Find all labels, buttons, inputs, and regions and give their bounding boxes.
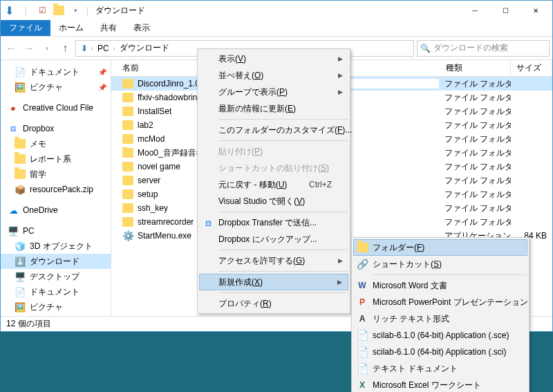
context-item[interactable]: グループで表示(P)▶ [199, 84, 348, 100]
pin-icon: 📌 [98, 84, 106, 91]
submenu-item[interactable]: 🔗ショートカット(S) [353, 256, 527, 272]
window-title: ダウンロード [95, 5, 145, 17]
minimize-button[interactable]: ─ [460, 1, 490, 20]
dropbox-icon: ⧈ [202, 216, 214, 229]
file-name: InstallSet [138, 106, 171, 116]
submenu-item[interactable]: 📄テキスト ドキュメント [353, 360, 527, 377]
ribbon-tab-home[interactable]: ホーム [50, 20, 92, 36]
file-name: novel game [138, 162, 180, 171]
folder-icon [122, 106, 133, 116]
context-item: 貼り付け(P) [199, 143, 348, 160]
titlebar: ⬇ | ☑ ▾ | ダウンロード ─ ☐ ✕ [1, 1, 552, 20]
overflow-icon[interactable]: ▾ [68, 3, 82, 17]
chevron-right-icon: ▶ [338, 257, 343, 264]
nav-dropbox-resource[interactable]: 📦resourcePack.zip [1, 182, 111, 197]
ribbon-tab-view[interactable]: 表示 [125, 20, 158, 36]
nav-dropbox[interactable]: ⧈Dropbox [1, 121, 111, 136]
nav-dropbox-memo[interactable]: メモ [1, 136, 111, 151]
breadcrumb-pc[interactable]: PC [95, 44, 112, 53]
nav-desktop[interactable]: 🖥️デスクトップ [1, 269, 111, 284]
context-item[interactable]: プロパティ(R) [199, 295, 348, 312]
properties-icon[interactable]: ☑ [35, 3, 49, 17]
nav-downloads[interactable]: ⬇️ダウンロード [1, 254, 111, 269]
submenu-item[interactable]: 📄scilab-6.1.0 (64-bit) Application (.sci… [353, 344, 527, 360]
submenu-item[interactable]: Aリッチ テキスト形式 [353, 310, 527, 327]
nav-onedrive[interactable]: ☁OneDrive [1, 203, 111, 218]
folder-icon [122, 120, 133, 130]
zip-icon: 📦 [15, 184, 26, 195]
folder-icon [357, 241, 369, 254]
close-button[interactable]: ✕ [521, 1, 551, 20]
ribbon-tab-share[interactable]: 共有 [92, 20, 125, 36]
history-dropdown[interactable]: ▾ [39, 41, 55, 56]
item-count: 12 個の項目 [6, 318, 51, 330]
column-size[interactable]: サイズ [511, 60, 552, 76]
context-item[interactable]: Dropbox にバックアップ... [199, 231, 348, 248]
column-kind[interactable]: 種類 [440, 60, 511, 76]
context-menu: 表示(V)▶並べ替え(O)▶グループで表示(P)▶最新の情報に更新(E)このフォ… [197, 48, 350, 314]
down-arrow-icon[interactable]: ⬇ [2, 3, 16, 17]
nav-pictures[interactable]: 🖼️ピクチャ📌 [1, 80, 111, 95]
file-kind: ファイル フォルダー [439, 133, 511, 145]
file-kind: ファイル フォルダー [439, 216, 511, 228]
context-item[interactable]: このフォルダーのカスタマイズ(F)... [199, 122, 348, 138]
nav-creative-cloud[interactable]: ●Creative Cloud File [1, 100, 111, 115]
folder-icon [15, 153, 26, 165]
file-name: server [138, 176, 160, 185]
file-name: StartMenu.exe [138, 231, 191, 241]
submenu-item[interactable]: WMicrosoft Word 文書 [353, 277, 527, 294]
forward-button[interactable]: → [21, 41, 37, 56]
folder-icon [122, 148, 133, 158]
file-kind: ファイル フォルダー [439, 175, 511, 187]
submenu-item[interactable]: フォルダー(F) [353, 239, 527, 256]
divider-icon: | [19, 3, 32, 17]
submenu-item[interactable]: PMicrosoft PowerPoint プレゼンテーション [353, 294, 527, 310]
up-button[interactable]: ↑ [57, 41, 73, 56]
chevron-right-icon[interactable]: › [91, 45, 93, 52]
chevron-right-icon: ▶ [338, 72, 343, 79]
submenu-item[interactable]: 📄scilab-6.1.0 (64-bit) Application (.sce… [353, 327, 527, 344]
context-item[interactable]: 最新の情報に更新(E) [199, 100, 348, 117]
chevron-right-icon[interactable]: › [113, 45, 115, 52]
chevron-right-icon: ▶ [337, 279, 342, 286]
breadcrumb-downloads[interactable]: ダウンロード [117, 42, 172, 54]
shortcut-icon: 🔗 [356, 258, 368, 270]
nav-dropbox-report[interactable]: レポート系 [1, 151, 111, 167]
nav-dropbox-study[interactable]: 留学 [1, 167, 111, 182]
context-item[interactable]: 並べ替え(O)▶ [199, 67, 348, 84]
desktop-icon: 🖥️ [15, 271, 26, 282]
context-item[interactable]: 新規作成(X)▶ [199, 274, 348, 290]
sce-icon: 📄 [356, 329, 368, 342]
context-item[interactable]: 元に戻す - 移動(U)Ctrl+Z [199, 176, 348, 193]
submenu-item[interactable]: XMicrosoft Excel ワークシート [353, 377, 527, 392]
file-name: setup [138, 189, 158, 199]
folder-icon [122, 79, 133, 88]
nav-documents[interactable]: 📄ドキュメント📌 [1, 64, 111, 80]
maximize-button[interactable]: ☐ [490, 1, 521, 20]
divider-icon: | [86, 6, 88, 15]
window-buttons: ─ ☐ ✕ [460, 1, 551, 20]
nav-3d-objects[interactable]: 🧊3D オブジェクト [1, 239, 111, 254]
nav-pictures2[interactable]: 🖼️ピクチャ [1, 299, 111, 315]
context-item[interactable]: Dropbox Transfer で送信...⧈ [199, 214, 348, 231]
context-item[interactable]: Visual Studio で開く(V) [199, 193, 348, 209]
cube-icon: 🧊 [15, 241, 26, 252]
back-button[interactable]: ← [3, 41, 19, 56]
document-icon: 📄 [15, 286, 26, 297]
nav-documents2[interactable]: 📄ドキュメント [1, 284, 111, 299]
file-name: ssh_key [138, 203, 168, 213]
file-kind: ファイル フォルダー [439, 120, 511, 131]
context-item[interactable]: アクセスを許可する(G)▶ [199, 252, 348, 269]
document-icon: 📄 [15, 66, 26, 77]
nav-pc[interactable]: 🖥️PC [1, 223, 111, 239]
context-item[interactable]: 表示(V)▶ [199, 50, 348, 67]
folder-icon [122, 162, 133, 171]
down-arrow-icon: ⬇ [79, 43, 90, 54]
ribbon-tab-file[interactable]: ファイル [1, 20, 50, 36]
file-name: mcMod [138, 134, 165, 144]
chevron-right-icon: ▶ [338, 55, 343, 62]
search-input[interactable]: 🔍 ダウンロードの検索 [417, 40, 550, 57]
exe-icon: ⚙️ [122, 230, 133, 241]
nav-pane: 📄ドキュメント📌 🖼️ピクチャ📌 ●Creative Cloud File ⧈D… [1, 60, 111, 316]
folder-icon[interactable] [52, 3, 66, 17]
